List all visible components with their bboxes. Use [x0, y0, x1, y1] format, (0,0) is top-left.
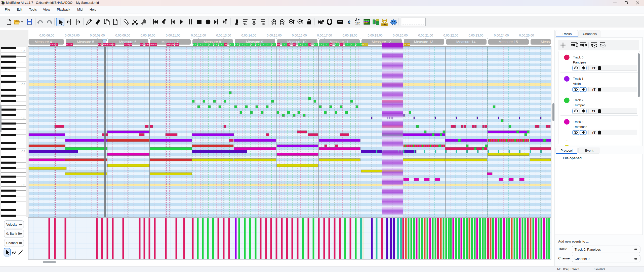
svg-text:ᴛT: ᴛT [592, 88, 595, 91]
svg-text:Track 0: Track 0 [573, 56, 583, 59]
svg-text:Track 2: Track 2 [573, 98, 583, 102]
svg-text:Add new events to ...: Add new events to ... [558, 240, 589, 243]
svg-text:Trombone: Trombone [573, 125, 587, 129]
svg-text:ᴛT: ᴛT [592, 66, 595, 70]
svg-text:Panpipes: Panpipes [573, 61, 586, 64]
svg-text:Tracks: Tracks [562, 32, 572, 36]
svg-text:Channel:: Channel: [558, 256, 571, 260]
svg-text:Track:: Track: [558, 247, 567, 251]
svg-text:Track 0: Panpipes: Track 0: Panpipes [575, 248, 601, 251]
svg-text:Channel 0: Channel 0 [575, 257, 589, 261]
svg-text:File opened: File opened [563, 156, 582, 160]
svg-text:Channels: Channels [583, 32, 597, 36]
svg-text:Protocol: Protocol [560, 149, 573, 152]
svg-text:ᴛT: ᴛT [592, 109, 595, 113]
svg-text:ᴛT: ᴛT [592, 131, 595, 134]
svg-text:Trumpet: Trumpet [573, 104, 585, 107]
svg-text:Event: Event [585, 149, 593, 152]
svg-text:Track 1: Track 1 [573, 77, 583, 81]
svg-text:Track 3: Track 3 [573, 120, 583, 124]
svg-text:Violin: Violin [573, 82, 581, 86]
